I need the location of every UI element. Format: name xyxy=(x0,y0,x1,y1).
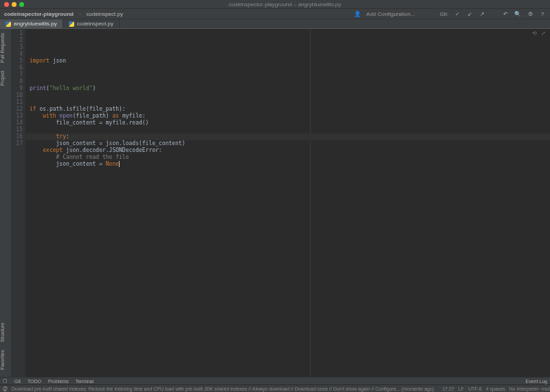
tool-terminal[interactable]: Terminal xyxy=(76,379,94,384)
line-number: 2 xyxy=(12,37,23,44)
tool-favorites[interactable]: Favorites xyxy=(0,346,5,374)
gear-icon[interactable]: ⚙ xyxy=(527,10,534,17)
vcs-update-icon[interactable]: ✓ xyxy=(454,10,461,17)
tool-eventlog[interactable]: Event Log xyxy=(525,379,547,384)
editor-tabs: angrybluewillis.py codeinspect.py xyxy=(0,19,550,29)
breadcrumb-project[interactable]: codeinspector-playground xyxy=(4,11,74,17)
breadcrumb-sep: › xyxy=(79,11,81,17)
indent-settings[interactable]: 4 spaces xyxy=(486,386,505,391)
window-titlebar: codeinspector-playground – angrybluewill… xyxy=(0,0,550,9)
python-file-icon xyxy=(69,21,74,27)
text-cursor xyxy=(119,161,120,167)
bottom-tool-stripe: ▢ Git TODO Problems Terminal Event Log xyxy=(0,377,550,384)
zoom-window-button[interactable] xyxy=(19,2,24,7)
line-number: 10 xyxy=(12,92,23,99)
status-message[interactable]: Download pre-built shared indexes: Reduc… xyxy=(12,386,434,391)
line-gutter: 1 2 3 4 5 6 7 8 9 10 11 12 13 14 15 16 1… xyxy=(12,29,25,377)
tool-todo[interactable]: TODO xyxy=(28,379,41,384)
minimize-window-button[interactable] xyxy=(12,2,16,7)
tab-codeinspect[interactable]: codeinspect.py xyxy=(63,19,120,28)
help-icon[interactable]: ? xyxy=(539,10,546,17)
line-number: 15 xyxy=(12,127,23,133)
tool-problems[interactable]: Problems xyxy=(48,379,69,384)
line-number: 12 xyxy=(12,106,23,113)
vcs-push-icon[interactable]: ↗ xyxy=(478,10,485,17)
line-number: 13 xyxy=(12,113,23,120)
line-number: 5 xyxy=(12,58,23,65)
line-number: 1 xyxy=(12,30,23,37)
code-editor[interactable]: ⟲ ⤢ import json print("hello world") if … xyxy=(25,29,550,377)
tab-label: angrybluewillis.py xyxy=(14,21,57,27)
line-number: 14 xyxy=(12,120,23,127)
breadcrumb-file[interactable]: codeinspect.py xyxy=(87,11,123,17)
git-label: Git: xyxy=(440,11,448,17)
file-encoding[interactable]: UTF-8 xyxy=(468,386,482,391)
vcs-commit-icon[interactable]: ↙ xyxy=(466,10,473,17)
tool-git[interactable]: Git xyxy=(14,379,21,384)
caret-position[interactable]: 17:27 xyxy=(442,386,454,391)
status-bar: ⓵ Download pre-built shared indexes: Red… xyxy=(0,384,550,392)
tool-menu-icon[interactable]: ▢ xyxy=(3,378,8,384)
python-file-icon xyxy=(6,21,11,27)
left-tool-stripe: Pull Requests Project Structure Favorite… xyxy=(0,29,12,377)
line-number: 16 xyxy=(12,133,23,140)
line-number: 17 xyxy=(12,140,23,147)
code-content[interactable]: import json print("hello world") if os.p… xyxy=(30,58,546,168)
window-title: codeinspector-playground – angrybluewill… xyxy=(24,1,546,8)
tool-structure[interactable]: Structure xyxy=(0,318,5,346)
editor-area: 1 2 3 4 5 6 7 8 9 10 11 12 13 14 15 16 1… xyxy=(12,29,550,377)
tool-pull-requests[interactable]: Pull Requests xyxy=(0,29,5,67)
main-toolbar: codeinspector-playground › codeinspect.p… xyxy=(0,9,550,19)
line-number: 8 xyxy=(12,78,23,85)
back-icon[interactable]: ↶ xyxy=(502,10,509,17)
reader-mode-icon[interactable]: ⟲ xyxy=(532,30,537,37)
line-number: 7 xyxy=(12,72,23,78)
tool-project[interactable]: Project xyxy=(0,67,5,90)
line-number: 4 xyxy=(12,51,23,58)
traffic-lights xyxy=(4,2,24,7)
expand-icon[interactable]: ⤢ xyxy=(541,30,546,37)
status-hint-icon[interactable]: ⓵ xyxy=(3,386,8,391)
python-interpreter[interactable]: No Interpreter <not set Detson> xyxy=(509,386,550,391)
line-number: 3 xyxy=(12,44,23,51)
tab-angrybluewillis[interactable]: angrybluewillis.py xyxy=(0,19,63,28)
line-number: 11 xyxy=(12,99,23,106)
line-ending[interactable]: LF xyxy=(459,386,464,391)
user-icon[interactable]: 👤 xyxy=(354,10,361,17)
close-window-button[interactable] xyxy=(4,2,9,7)
search-icon[interactable]: 🔍 xyxy=(514,10,521,17)
run-config-dropdown[interactable]: Add Configuration... xyxy=(366,11,415,17)
line-number: 9 xyxy=(12,85,23,92)
tab-label: codeinspect.py xyxy=(77,21,113,27)
line-number: 6 xyxy=(12,65,23,72)
